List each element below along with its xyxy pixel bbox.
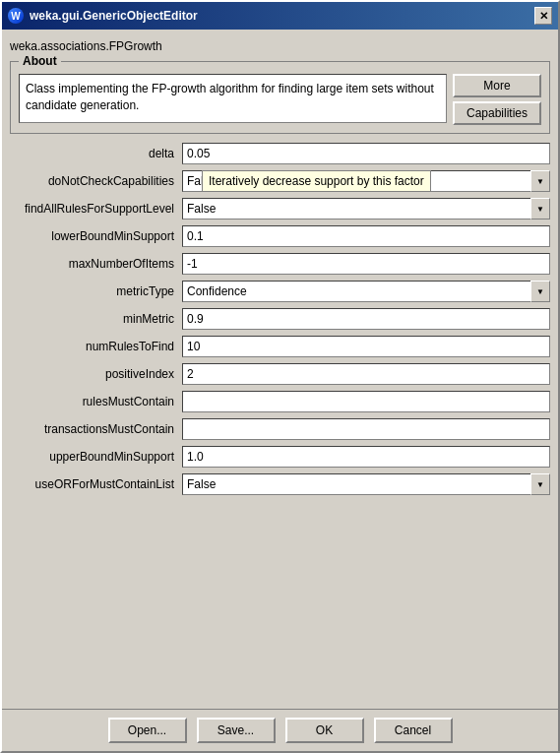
param-label-minMetric: minMetric	[10, 312, 182, 326]
param-value-delta	[182, 143, 550, 164]
param-value-numRulesToFind	[182, 336, 550, 357]
param-value-minMetric	[182, 308, 550, 330]
select-metricType[interactable]: ConfidenceLiftLeverageConviction	[182, 281, 550, 302]
param-row: metricTypeConfidenceLiftLeverageConvicti…	[10, 280, 550, 303]
open-button[interactable]: Open...	[108, 718, 187, 743]
param-row: upperBoundMinSupport	[10, 445, 550, 469]
dropdown-container-findAllRulesForSupportLevel: FalseTrue▼	[182, 198, 550, 220]
param-label-useORForMustContainList: useORForMustContainList	[10, 477, 182, 491]
bottom-bar: Open... Save... OK Cancel	[2, 709, 558, 751]
param-value-useORForMustContainList: FalseTrue▼	[182, 473, 550, 495]
param-label-transactionsMustContain: transactionsMustContain	[10, 422, 182, 436]
param-value-metricType: ConfidenceLiftLeverageConviction▼	[182, 281, 550, 302]
save-button[interactable]: Save...	[197, 718, 276, 743]
param-row: rulesMustContain	[10, 390, 550, 413]
input-transactionsMustContain[interactable]	[182, 418, 550, 440]
more-button[interactable]: More	[453, 74, 541, 97]
params-area: deltadoNotCheckCapabilitiesFalseTrue▼Ite…	[10, 140, 550, 701]
param-value-lowerBoundMinSupport	[182, 225, 550, 247]
about-group: About Class implementing the FP-growth a…	[10, 61, 550, 134]
param-value-maxNumberOfItems	[182, 253, 550, 275]
param-label-doNotCheckCapabilities: doNotCheckCapabilities	[10, 174, 182, 188]
input-positiveIndex[interactable]	[182, 363, 550, 385]
param-row: transactionsMustContain	[10, 417, 550, 441]
param-value-positiveIndex	[182, 363, 550, 385]
title-bar-left: W weka.gui.GenericObjectEditor	[8, 8, 198, 24]
select-useORForMustContainList[interactable]: FalseTrue	[182, 473, 550, 495]
input-upperBoundMinSupport[interactable]	[182, 446, 550, 468]
input-minMetric[interactable]	[182, 308, 550, 330]
about-description: Class implementing the FP-growth algorit…	[19, 74, 447, 123]
param-row: numRulesToFind	[10, 335, 550, 358]
dropdown-container-metricType: ConfidenceLiftLeverageConviction▼	[182, 281, 550, 302]
input-lowerBoundMinSupport[interactable]	[182, 225, 550, 247]
about-buttons: More Capabilities	[453, 74, 541, 125]
tooltip: Iteratively decrease support by this fac…	[202, 170, 431, 192]
param-label-lowerBoundMinSupport: lowerBoundMinSupport	[10, 229, 182, 243]
subtitle: weka.associations.FPGrowth	[10, 37, 550, 55]
capabilities-button[interactable]: Capabilities	[453, 101, 541, 125]
title-bar: W weka.gui.GenericObjectEditor ✕	[2, 2, 558, 30]
param-row: useORForMustContainListFalseTrue▼	[10, 472, 550, 496]
select-findAllRulesForSupportLevel[interactable]: FalseTrue	[182, 198, 550, 220]
param-label-maxNumberOfItems: maxNumberOfItems	[10, 257, 182, 271]
param-label-rulesMustContain: rulesMustContain	[10, 395, 182, 408]
param-row: delta	[10, 142, 550, 165]
cancel-button[interactable]: Cancel	[374, 718, 453, 743]
param-row: findAllRulesForSupportLevelFalseTrue▼	[10, 197, 550, 220]
param-row: minMetric	[10, 307, 550, 331]
ok-button[interactable]: OK	[285, 718, 364, 743]
close-button[interactable]: ✕	[534, 7, 552, 25]
param-label-numRulesToFind: numRulesToFind	[10, 340, 182, 353]
window-title: weka.gui.GenericObjectEditor	[30, 9, 198, 23]
param-value-transactionsMustContain	[182, 418, 550, 440]
main-window: W weka.gui.GenericObjectEditor ✕ weka.as…	[0, 0, 560, 753]
param-row: positiveIndex	[10, 362, 550, 386]
param-label-metricType: metricType	[10, 284, 182, 298]
param-value-upperBoundMinSupport	[182, 446, 550, 468]
about-label: About	[19, 54, 61, 68]
param-row: lowerBoundMinSupport	[10, 224, 550, 248]
dropdown-container-useORForMustContainList: FalseTrue▼	[182, 473, 550, 495]
input-numRulesToFind[interactable]	[182, 336, 550, 357]
param-row: maxNumberOfItems	[10, 252, 550, 276]
content-area: weka.associations.FPGrowth About Class i…	[2, 30, 558, 709]
input-maxNumberOfItems[interactable]	[182, 253, 550, 275]
param-label-delta: delta	[10, 147, 182, 160]
param-label-findAllRulesForSupportLevel: findAllRulesForSupportLevel	[10, 202, 182, 216]
param-label-positiveIndex: positiveIndex	[10, 367, 182, 381]
param-value-findAllRulesForSupportLevel: FalseTrue▼	[182, 198, 550, 220]
input-rulesMustContain[interactable]	[182, 391, 550, 412]
app-icon: W	[8, 8, 24, 24]
input-delta[interactable]	[182, 143, 550, 164]
param-label-upperBoundMinSupport: upperBoundMinSupport	[10, 450, 182, 464]
param-row: doNotCheckCapabilitiesFalseTrue▼Iterativ…	[10, 169, 550, 193]
about-inner: Class implementing the FP-growth algorit…	[19, 74, 541, 125]
param-value-rulesMustContain	[182, 391, 550, 412]
